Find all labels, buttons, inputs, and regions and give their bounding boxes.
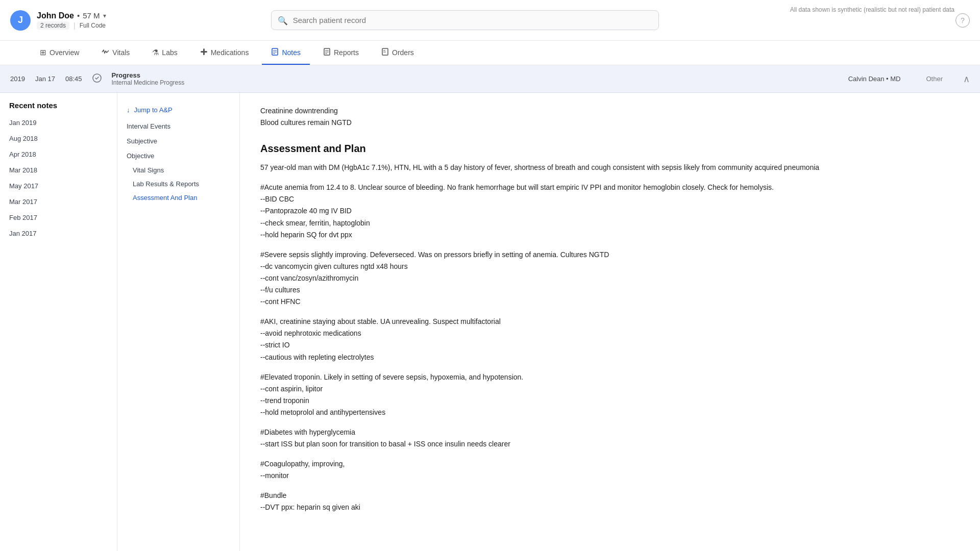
note-date: Jan 17 <box>35 75 55 83</box>
tab-notes[interactable]: Notes <box>262 41 310 65</box>
note-doctor: Calvin Dean • MD <box>848 75 901 83</box>
aki-text: #AKI, creatinine staying about stable. U… <box>260 316 960 363</box>
tab-orders[interactable]: Orders <box>372 41 423 65</box>
tab-medications-label: Medications <box>211 48 249 57</box>
note-header-bar: 2019 Jan 17 08:45 Progress Internal Medi… <box>0 65 980 93</box>
tab-notes-label: Notes <box>282 48 301 57</box>
outline-subjective[interactable]: Subjective <box>117 134 239 148</box>
top-bar: J John Doe • 57 M ▾ 2 records | Full Cod… <box>0 0 980 41</box>
assessment-intro: 57 year-old man with DM (HgbA1c 7.1%), H… <box>260 162 960 173</box>
jump-label: Jump to A&P <box>134 106 173 114</box>
tab-reports-label: Reports <box>334 48 359 57</box>
diabetes-text: #Diabetes with hyperglycemia --start ISS… <box>260 427 960 450</box>
sidebar-item-jan2017[interactable]: Jan 2017 <box>0 226 117 241</box>
sidebar-item-aug2018[interactable]: Aug 2018 <box>0 131 117 146</box>
search-icon: 🔍 <box>278 15 288 25</box>
sidebar-item-feb2017[interactable]: Feb 2017 <box>0 210 117 226</box>
tab-vitals-label: Vitals <box>112 48 130 57</box>
main-layout: Recent notes Jan 2019 Aug 2018 Apr 2018 … <box>0 93 980 551</box>
synthetic-note: All data shown is synthetic (realistic b… <box>790 6 954 13</box>
sidebar-title: Recent notes <box>0 101 117 115</box>
sidebar-item-mar2017[interactable]: Mar 2017 <box>0 194 117 210</box>
jump-down-icon: ↓ <box>127 106 130 114</box>
tab-orders-label: Orders <box>392 48 414 57</box>
patient-age: 57 M <box>83 11 100 20</box>
content-pane: Creatinine downtrending Blood cultures r… <box>240 93 980 551</box>
note-progress: Progress <box>112 71 185 79</box>
sidebar: Recent notes Jan 2019 Aug 2018 Apr 2018 … <box>0 93 117 551</box>
sidebar-item-jan2019[interactable]: Jan 2019 <box>0 115 117 131</box>
tab-medications[interactable]: Medications <box>191 41 258 65</box>
tab-vitals[interactable]: Vitals <box>92 41 139 65</box>
overview-icon: ⊞ <box>40 48 46 57</box>
bundle-text: #Bundle --DVT ppx: heparin sq given aki <box>260 490 960 513</box>
tab-labs[interactable]: ⚗ Labs <box>143 41 186 65</box>
records-badge: 2 records <box>37 21 69 30</box>
note-title-block: Progress Internal Medicine Progress <box>112 71 185 86</box>
search-bar: 🔍 <box>271 10 659 30</box>
pre-section: Creatinine downtrending Blood cultures r… <box>260 105 960 129</box>
jump-to-ap[interactable]: ↓ Jump to A&P <box>117 101 239 119</box>
notes-icon <box>271 48 279 57</box>
note-year: 2019 <box>10 75 25 83</box>
note-subtype: Internal Medicine Progress <box>112 79 185 86</box>
patient-name: John Doe <box>37 11 74 20</box>
patient-info: J John Doe • 57 M ▾ 2 records | Full Cod… <box>10 10 122 31</box>
coagulopathy-text: #Coagulopathy, improving, --monitor <box>260 458 960 482</box>
sidebar-item-mar2018[interactable]: Mar 2018 <box>0 162 117 178</box>
nav-tabs: ⊞ Overview Vitals ⚗ Labs Medications Not… <box>0 41 980 65</box>
outline-assessment-and-plan[interactable]: Assessment And Plan <box>117 191 239 205</box>
note-time: 08:45 <box>65 75 82 83</box>
orders-icon <box>381 48 389 57</box>
collapse-icon[interactable]: ∧ <box>963 73 970 85</box>
outline-lab-results[interactable]: Lab Results & Reports <box>117 177 239 191</box>
note-other: Other <box>926 75 943 83</box>
tab-labs-label: Labs <box>162 48 177 57</box>
pre-text: Creatinine downtrending Blood cultures r… <box>260 105 960 129</box>
search-input[interactable] <box>271 10 659 30</box>
medications-icon <box>200 48 208 57</box>
tab-overview-label: Overview <box>50 48 79 57</box>
troponin-text: #Elevated troponin. Likely in setting of… <box>260 371 960 418</box>
outline-vital-signs[interactable]: Vital Signs <box>117 163 239 177</box>
assessment-section: Assessment and Plan 57 year-old man with… <box>260 143 960 513</box>
outline-objective[interactable]: Objective <box>117 148 239 163</box>
top-right: All data shown is synthetic (realistic b… <box>955 13 970 28</box>
tab-reports[interactable]: Reports <box>314 41 368 65</box>
outline-pane: ↓ Jump to A&P Interval Events Subjective… <box>117 93 240 551</box>
avatar: J <box>10 10 31 31</box>
note-type-icon <box>92 73 102 84</box>
sidebar-item-apr2018[interactable]: Apr 2018 <box>0 146 117 162</box>
svg-rect-1 <box>201 51 207 53</box>
code-status: Full Code <box>80 22 106 29</box>
assessment-title: Assessment and Plan <box>260 143 960 155</box>
sidebar-item-may2017[interactable]: May 2017 <box>0 178 117 194</box>
vitals-icon <box>102 48 109 57</box>
sepsis-text: #Severe sepsis slightly improving. Defev… <box>260 249 960 308</box>
patient-dropdown-icon[interactable]: ▾ <box>103 12 106 19</box>
patient-age-gender: • <box>77 11 80 20</box>
help-icon[interactable]: ? <box>955 13 970 28</box>
tab-overview[interactable]: ⊞ Overview <box>31 41 88 65</box>
outline-interval-events[interactable]: Interval Events <box>117 119 239 134</box>
labs-icon: ⚗ <box>152 48 159 57</box>
reports-icon <box>323 48 331 57</box>
anemia-text: #Acute anemia from 12.4 to 8. Unclear so… <box>260 182 960 240</box>
